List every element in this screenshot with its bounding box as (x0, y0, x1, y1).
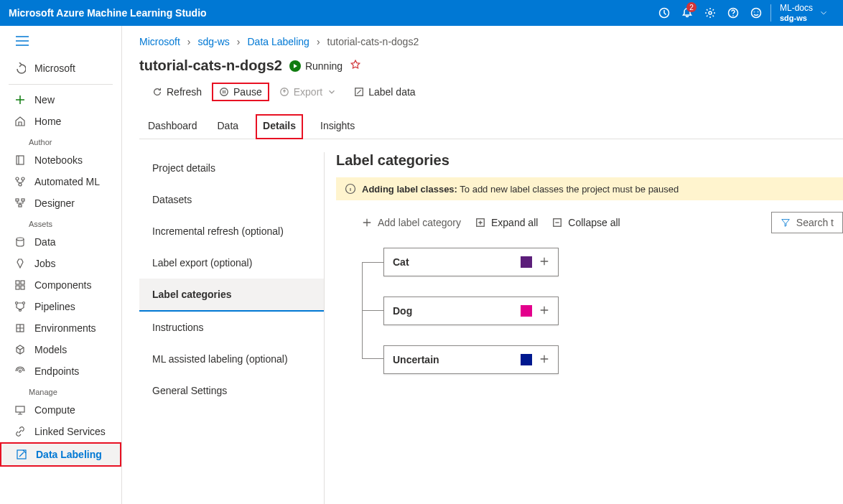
detail-item-incremental[interactable]: Incremental refresh (optional) (139, 215, 324, 247)
feedback-icon[interactable] (745, 0, 768, 26)
favorite-star-icon[interactable] (350, 59, 361, 73)
add-child-button[interactable] (539, 256, 549, 269)
tab-dashboard[interactable]: Dashboard (145, 114, 200, 139)
settings-icon[interactable] (699, 0, 722, 26)
pause-button[interactable]: Pause (212, 83, 269, 101)
label-name: Dog (393, 305, 513, 317)
notebook-icon (14, 154, 26, 166)
export-button[interactable]: Export (272, 83, 344, 101)
svg-point-1 (709, 11, 712, 14)
svg-rect-17 (16, 286, 19, 289)
arrow-back-icon (14, 62, 26, 74)
svg-point-19 (16, 302, 18, 304)
sidebar-item-models[interactable]: Models (0, 339, 121, 360)
sidebar-item-home[interactable]: Home (0, 111, 121, 132)
status-badge: Running (289, 60, 343, 72)
svg-rect-7 (17, 156, 24, 164)
tab-insights[interactable]: Insights (317, 114, 358, 139)
refresh-button[interactable]: Refresh (145, 83, 209, 101)
sidebar-item-endpoints[interactable]: Endpoints (0, 360, 121, 382)
category-toolbar: Add label category Expand all Collapse a… (336, 212, 843, 233)
plus-icon (14, 94, 26, 106)
section-author: Author (0, 132, 121, 149)
help-icon[interactable] (722, 0, 745, 26)
svg-point-14 (17, 238, 24, 241)
svg-point-8 (16, 177, 19, 180)
automl-icon (14, 176, 26, 187)
color-swatch (521, 305, 532, 317)
tab-data[interactable]: Data (215, 114, 242, 139)
svg-rect-11 (16, 199, 19, 201)
label-card[interactable]: Uncertain (383, 345, 559, 374)
toolbar: Refresh Pause Export Label data (139, 83, 843, 101)
sidebar-item-components[interactable]: Components (0, 274, 121, 296)
home-icon (14, 116, 26, 127)
detail-item-export[interactable]: Label export (optional) (139, 247, 324, 279)
svg-rect-16 (21, 281, 24, 284)
tab-details[interactable]: Details (256, 114, 303, 139)
back-label: Microsoft (34, 62, 75, 74)
detail-item-categories[interactable]: Label categories (139, 279, 324, 312)
expand-all-button[interactable]: Expand all (475, 217, 538, 228)
sidebar-item-jobs[interactable]: Jobs (0, 253, 121, 274)
breadcrumb-labeling[interactable]: Data Labeling (248, 36, 309, 47)
label-card[interactable]: Dog (383, 297, 559, 325)
color-swatch (521, 256, 532, 268)
notifications-icon[interactable]: 2 (676, 0, 699, 26)
ws-name: sdg-ws (780, 13, 813, 23)
svg-point-9 (22, 177, 24, 180)
app-title: Microsoft Azure Machine Learning Studio (9, 7, 207, 19)
sidebar-item-designer[interactable]: Designer (0, 192, 121, 214)
link-icon (14, 426, 26, 437)
search-input[interactable]: Search t (771, 212, 843, 233)
add-child-button[interactable] (539, 354, 549, 366)
svg-rect-12 (22, 199, 24, 201)
workspace-selector[interactable]: ML-docs sdg-ws (774, 3, 834, 23)
data-icon (14, 236, 26, 248)
sidebar-item-notebooks[interactable]: Notebooks (0, 149, 121, 171)
detail-item-mlassist[interactable]: ML assisted labeling (optional) (139, 343, 324, 375)
sidebar-item-pipelines[interactable]: Pipelines (0, 296, 121, 317)
back-button[interactable]: Microsoft (0, 57, 121, 80)
detail-item-instructions[interactable]: Instructions (139, 312, 324, 343)
recent-icon[interactable] (653, 0, 676, 26)
svg-rect-18 (21, 286, 24, 289)
detail-content: Label categories Adding label classes: T… (325, 152, 843, 504)
sidebar-item-environments[interactable]: Environments (0, 317, 121, 339)
add-category-button[interactable]: Add label category (362, 217, 461, 228)
label-tree: Cat Dog Uncertain (336, 248, 843, 374)
sidebar-item-compute[interactable]: Compute (0, 399, 121, 421)
detail-item-datasets[interactable]: Datasets (139, 184, 324, 215)
compute-icon (14, 404, 26, 416)
sidebar-item-automl[interactable]: Automated ML (0, 171, 121, 192)
breadcrumb-microsoft[interactable]: Microsoft (139, 36, 180, 47)
hamburger-button[interactable] (0, 36, 121, 57)
jobs-icon (14, 258, 26, 269)
top-header: Microsoft Azure Machine Learning Studio … (0, 0, 843, 26)
detail-item-general[interactable]: General Settings (139, 375, 324, 406)
svg-point-4 (751, 9, 760, 18)
collapse-all-button[interactable]: Collapse all (552, 217, 620, 228)
ws-user: ML-docs (780, 3, 813, 13)
svg-rect-15 (16, 281, 19, 284)
detail-item-project[interactable]: Project details (139, 152, 324, 184)
chevron-down-icon (327, 87, 337, 97)
models-icon (14, 344, 26, 355)
add-child-button[interactable] (539, 305, 549, 317)
breadcrumb-ws[interactable]: sdg-ws (197, 36, 229, 47)
label-data-button[interactable]: Label data (347, 83, 422, 101)
notification-badge: 2 (686, 2, 697, 12)
info-bar: Adding label classes: To add new label c… (336, 177, 843, 200)
section-title: Label categories (336, 152, 843, 169)
sidebar: Microsoft New Home Author Notebooks Auto… (0, 26, 122, 504)
play-icon (289, 60, 301, 72)
breadcrumb: Microsoft › sdg-ws › Data Labeling › tut… (139, 36, 843, 47)
sidebar-item-labeling[interactable]: Data Labeling (0, 442, 121, 467)
pipelines-icon (14, 301, 26, 312)
sidebar-item-data[interactable]: Data (0, 231, 121, 253)
label-card[interactable]: Cat (383, 248, 559, 276)
info-icon (345, 183, 356, 195)
designer-icon (14, 197, 26, 209)
sidebar-item-linked[interactable]: Linked Services (0, 421, 121, 442)
new-button[interactable]: New (0, 89, 121, 111)
